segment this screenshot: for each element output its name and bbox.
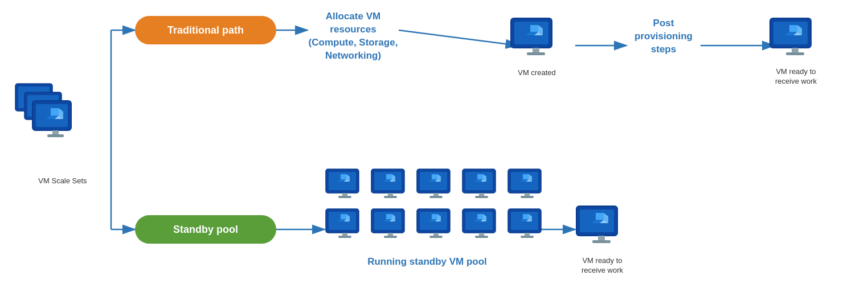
vm-ready-top-label: VM ready to receive work <box>766 67 826 87</box>
svg-marker-103 <box>341 214 346 219</box>
diagram: VM Scale Sets Traditional path Standby p… <box>0 0 868 300</box>
standby-vm-3 <box>416 168 458 207</box>
standby-vm-5 <box>507 168 550 207</box>
vm-created-label: VM created <box>510 68 564 78</box>
svg-marker-40 <box>530 25 538 32</box>
svg-marker-85 <box>477 174 483 179</box>
standby-vm-1 <box>325 168 367 207</box>
svg-rect-154 <box>592 240 611 243</box>
vm-created-monitor <box>510 17 564 65</box>
standby-vm-2 <box>370 168 413 207</box>
vm-ready-bottom-label: VM ready to receive work <box>572 256 632 276</box>
vm-ready-top-monitor <box>769 17 823 65</box>
arrows-overlay <box>0 0 868 300</box>
standby-vm-10 <box>507 208 550 247</box>
svg-marker-139 <box>523 214 529 219</box>
svg-rect-153 <box>598 236 605 241</box>
post-provisioning-text: Post provisioning steps <box>624 17 703 56</box>
svg-rect-100 <box>521 196 534 198</box>
standby-vm-4 <box>461 168 504 207</box>
svg-rect-36 <box>52 130 59 135</box>
traditional-path-pill: Traditional path <box>135 16 276 44</box>
svg-rect-37 <box>47 134 64 137</box>
svg-rect-118 <box>384 236 397 238</box>
svg-rect-54 <box>792 48 799 53</box>
svg-marker-94 <box>523 174 529 179</box>
vm-scale-sets-front <box>31 100 80 145</box>
svg-rect-55 <box>786 52 804 55</box>
svg-marker-31 <box>51 108 59 116</box>
running-standby-label: Running standby VM pool <box>330 256 524 268</box>
svg-marker-58 <box>341 174 346 179</box>
svg-rect-127 <box>429 236 443 238</box>
allocate-vm-text: Allocate VM resources (Compute, Storage,… <box>302 10 404 63</box>
svg-marker-130 <box>477 214 483 219</box>
standby-vm-8 <box>416 208 458 247</box>
svg-rect-64 <box>338 196 351 198</box>
svg-marker-49 <box>789 25 797 32</box>
vm-scale-sets-label: VM Scale Sets <box>17 176 108 185</box>
standby-pool-pill: Standby pool <box>135 215 276 244</box>
svg-rect-136 <box>475 236 488 238</box>
svg-rect-91 <box>475 196 488 198</box>
svg-marker-148 <box>596 213 604 220</box>
svg-rect-82 <box>429 196 443 198</box>
standby-vm-7 <box>370 208 413 247</box>
svg-rect-45 <box>533 48 539 53</box>
svg-rect-46 <box>527 52 545 55</box>
standby-vm-9 <box>461 208 504 247</box>
standby-vm-6 <box>325 208 367 247</box>
svg-marker-76 <box>432 174 437 179</box>
svg-line-6 <box>399 30 518 46</box>
vm-ready-bottom-monitor <box>575 205 629 253</box>
svg-rect-109 <box>338 236 351 238</box>
svg-marker-67 <box>386 174 392 179</box>
svg-marker-112 <box>386 214 392 219</box>
svg-rect-145 <box>521 236 534 238</box>
svg-marker-121 <box>432 214 437 219</box>
svg-rect-73 <box>384 196 397 198</box>
